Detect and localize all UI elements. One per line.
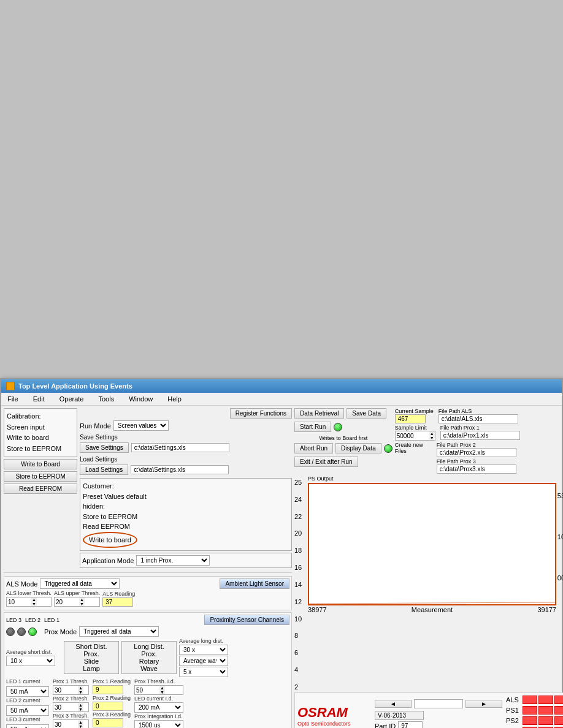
prox-thresh-id-input[interactable] [135,687,159,694]
file-path-als-value[interactable] [439,414,518,423]
calibration-box: Calibration: Screen input Write to board… [4,408,77,457]
calibration-line2: Write to board [7,433,74,444]
prox-thresh-id-down[interactable]: ▼ [159,690,165,694]
sample-limit-down[interactable]: ▼ [429,436,435,440]
sample-file-section: Current Sample File Path ALS Sample Limi… [395,408,563,474]
run-mode-dropdown[interactable]: Screen values [113,420,169,431]
als-upper-thresh-down[interactable]: ▼ [79,602,85,606]
part-id-value[interactable] [398,721,423,728]
prox-thresh-id-up[interactable]: ▲ [159,686,165,690]
load-settings-file[interactable] [131,465,229,474]
save-settings-button[interactable]: Save Settings [80,442,129,453]
als-lower-thresh-input[interactable] [7,599,31,605]
prox1-thresh-spinbox[interactable]: ▲▼ [53,685,89,695]
write-board-button[interactable]: Write to Board [4,459,77,469]
sample-limit-spinbox[interactable]: ▲▼ [395,431,435,441]
display-data-indicator [384,444,393,453]
osram-section: OSRAM Opto Semiconductors ◄ ► Part ID [294,692,563,728]
create-files-label: Create new Files [395,442,432,457]
scroll-left-button[interactable]: ◄ [375,700,412,708]
menu-window[interactable]: Window [125,394,156,404]
application-mode-dropdown[interactable]: 1 inch Prox. [136,555,210,566]
prox1-thresh-up[interactable]: ▲ [78,686,83,690]
save-settings-file[interactable] [131,443,229,452]
start-run-indicator [334,423,342,431]
als-upper-thresh-spinbox[interactable]: ▲ ▼ [54,597,100,607]
avg-long-dropdown1[interactable]: 30 x [179,645,228,655]
prox3-spacer [395,458,432,474]
prox3-thresh-up[interactable]: ▲ [78,720,83,724]
menu-file[interactable]: File [4,394,22,404]
menu-help[interactable]: Help [164,394,185,404]
led2-group: LED 2 [25,617,40,623]
start-run-button[interactable]: Start Run [294,422,331,432]
customer-line1: Preset Values default [83,491,289,502]
osram-logo: OSRAM [297,705,371,721]
sample-limit-up[interactable]: ▲ [429,431,435,436]
menu-operate[interactable]: Operate [56,394,88,404]
led1-current-dropdown[interactable]: 50 mA [6,686,49,697]
proximity-channels-button[interactable]: Proximity Sensor Channels [204,615,289,625]
prox3-thresh-input[interactable] [53,721,78,728]
exit-button[interactable]: Exit / Exit after Run [294,457,358,467]
writes-to-board-label: Writes to Board first [294,435,393,441]
load-settings-button[interactable]: Load Settings [80,464,128,475]
avg-short-dropdown[interactable]: 10 x [6,656,55,666]
prox3-thresh-label: Prox 3 Thresh. [53,713,89,719]
file-paths-group: File Path ALS [439,408,563,423]
store-eeprom-button[interactable]: Store to EEPROM [4,471,77,482]
display-data-button[interactable]: Display Data [335,443,381,453]
prox2-thresh-down[interactable]: ▼ [78,707,83,711]
file-path-prox1-value[interactable] [440,431,520,440]
register-functions-button[interactable]: Register Functions [230,408,292,419]
file-path-prox2-value[interactable] [437,448,516,457]
als-upper-thresh-arrows[interactable]: ▲ ▼ [79,597,85,606]
prox-mode-dropdown[interactable]: Triggered all data [79,626,159,637]
als-upper-thresh-input[interactable] [55,599,79,605]
als-mode-dropdown[interactable]: Triggered all data [40,578,120,589]
als-lower-thresh-spinbox[interactable]: ▲ ▼ [6,597,52,607]
led1-current-label: LED 1 current [6,678,40,684]
prox-thresh-id-label: Prox Thresh. I.d. [134,678,183,684]
als-upper-thresh-up[interactable]: ▲ [79,597,85,602]
led-indicators-row: Prox Mode Triggered all data [6,626,289,637]
als-status-box [523,696,537,704]
led2-current-dropdown[interactable]: 50 mA [6,705,49,716]
led3-indicator [6,628,15,636]
avg-short-dist-group: Average short dist. 10 x [6,649,61,666]
read-eeprom-button[interactable]: Read EEPROM [4,483,77,494]
file-path-prox3-value[interactable] [437,464,516,474]
scroll-value[interactable] [414,699,463,708]
prox2-thresh-spinbox[interactable]: ▲▼ [53,702,89,712]
prox3-thresh-spinbox[interactable]: ▲▼ [53,719,89,728]
abort-run-button[interactable]: Abort Run [294,443,333,453]
data-retrieval-button[interactable]: Data Retrieval [294,408,344,419]
chart-y-axis: 25 24 22 20 18 16 14 12 10 8 6 4 2 [294,476,307,691]
led-current-id-dropdown[interactable]: 200 mA [134,702,183,713]
scroll-right-button[interactable]: ► [465,700,502,708]
prox1-thresh-input[interactable] [53,687,78,694]
ps2-status-label: PS2 [506,717,521,724]
ambient-light-sensor-button[interactable]: Ambient Light Sensor [220,578,289,589]
part-id-label: Part ID [375,722,396,729]
avg-long-dropdown3[interactable]: 5 x [179,667,228,677]
als-lower-thresh-arrows[interactable]: ▲ ▼ [31,597,37,606]
prox1-thresh-down[interactable]: ▼ [78,690,83,694]
save-settings-row: Save Settings [80,442,292,453]
right-panel: Data Retrieval Save Data Start Run Write… [294,408,563,728]
prox2-thresh-input[interactable] [53,704,78,711]
menu-tools[interactable]: Tools [94,394,118,404]
scroll-row: ◄ ► [375,699,502,708]
load-settings-row: Load Settings [80,464,292,475]
sample-limit-input[interactable] [396,433,429,439]
als-lower-thresh-up[interactable]: ▲ [31,597,37,602]
save-data-button[interactable]: Save Data [347,408,386,419]
prox2-thresh-up[interactable]: ▲ [78,703,83,707]
prox3-thresh-down[interactable]: ▼ [78,724,83,728]
menu-edit[interactable]: Edit [29,394,48,404]
led3-current-dropdown[interactable]: 50 mA [6,724,49,728]
avg-long-dropdown2[interactable]: Average wave [179,656,228,666]
als-lower-thresh-down[interactable]: ▼ [31,602,37,606]
prox-thresh-id-spinbox[interactable]: ▲▼ [134,685,183,695]
prox-integration-dropdown[interactable]: 1500 us [134,720,183,728]
